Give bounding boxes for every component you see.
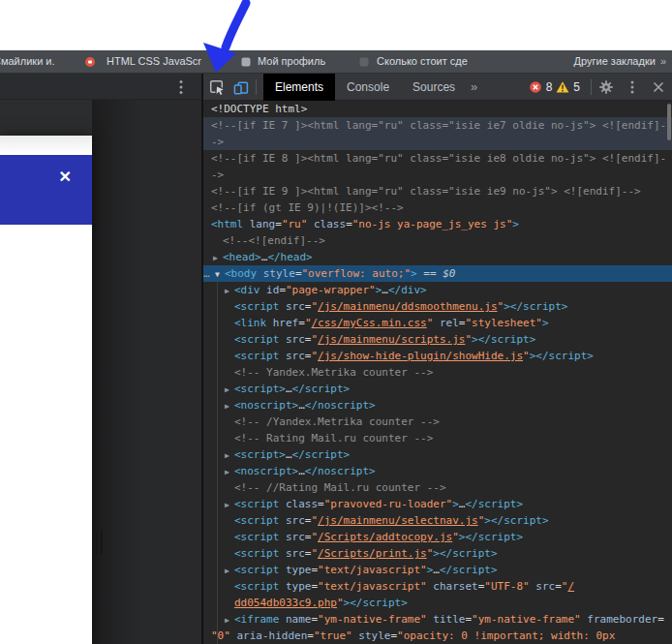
device-toolbar-icon[interactable] — [233, 79, 249, 95]
disclosure-triangle-icon[interactable]: ▶ — [225, 283, 234, 298]
disclosure-triangle-icon[interactable]: ▼ — [215, 266, 225, 282]
disclosure-triangle-icon[interactable]: ▶ — [225, 398, 234, 414]
disclosure-triangle-icon[interactable]: ▶ — [225, 612, 234, 628]
code-line[interactable]: <script src="/js/mainmenu/selectnav.js">… — [203, 512, 672, 529]
code-line[interactable]: <script src="/js/show-hide-plugin/showHi… — [203, 348, 672, 364]
code-line[interactable]: <script src="/Scripts/print.js"></script… — [203, 545, 672, 562]
tab-sources[interactable]: Sources — [401, 74, 467, 101]
drag-handle[interactable] — [96, 532, 104, 554]
tab-elements[interactable]: Elements — [263, 74, 335, 101]
kebab-menu-icon[interactable] — [625, 79, 640, 95]
code-line[interactable]: ▶<script class="pravoved-ru-loader">…</s… — [203, 496, 672, 512]
code-line[interactable]: ▶<script>…</script> — [203, 446, 672, 463]
web-page-area: ✕ — [0, 74, 201, 644]
code-line[interactable]: <script src="/Scripts/addtocopy.js"></sc… — [203, 529, 672, 545]
disclosure-triangle-icon[interactable]: ▶ — [225, 563, 234, 578]
code-line[interactable]: <!DOCTYPE html> — [203, 101, 672, 117]
more-tabs-icon[interactable]: » — [471, 79, 477, 94]
code-line[interactable]: <!-- Yandex.Metrika counter --> — [203, 364, 672, 381]
code-line[interactable]: <link href="/css/myCss.min.css" rel="sty… — [203, 315, 672, 331]
error-badge-icon[interactable] — [529, 80, 542, 94]
toolbar-divider — [256, 79, 257, 95]
page-dim-overlay — [92, 100, 201, 644]
chevron-right-icon: » — [660, 55, 666, 67]
devtools-panel: Elements Console Sources » 8 5 — [201, 74, 672, 644]
code-line[interactable]: …▼<body style="overflow: auto;"> == $0 — [203, 265, 672, 282]
code-line[interactable]: <!-- Rating Mail.ru counter --> — [203, 430, 672, 446]
elements-tree: <!DOCTYPE html><!--[if IE 7 ]><html lang… — [203, 101, 672, 644]
code-line[interactable]: <!--[if IE 9 ]><html lang="ru" class="is… — [203, 183, 672, 199]
code-line[interactable]: ▶<noscript>…</noscript> — [203, 397, 672, 414]
kebab-menu-icon[interactable] — [178, 79, 184, 95]
code-line[interactable]: -> — [203, 167, 672, 183]
dialog-top-edge — [0, 136, 92, 155]
warning-count[interactable]: 5 — [573, 80, 580, 94]
devtools-toolbar: Elements Console Sources » 8 5 — [203, 74, 672, 101]
close-icon[interactable] — [651, 79, 666, 95]
code-line[interactable]: ▶<noscript>…</noscript> — [203, 463, 672, 479]
code-line[interactable]: <script src="/js/mainmenu/scripts.js"></… — [203, 331, 672, 348]
bookmark-item-html-css-js[interactable]: HTML CSS JavaScr — [107, 55, 201, 67]
code-line[interactable]: ▶<head>…</head> — [203, 249, 672, 265]
code-line[interactable]: dd054db033c9.php"></script> — [203, 595, 672, 611]
bookmark-item-price[interactable]: Сколько стоит сде — [377, 55, 468, 67]
page-top-whitespace — [0, 0, 672, 50]
scrollbar-thumb[interactable] — [667, 104, 671, 140]
disclosure-triangle-icon[interactable]: ▶ — [225, 382, 234, 397]
code-line[interactable]: <!--<![endif]--> — [203, 232, 672, 249]
other-bookmarks-label: Другие закладки — [574, 55, 656, 67]
code-line[interactable]: -> — [203, 134, 672, 150]
code-line[interactable]: <html lang="ru" class="no-js ya-page_js_… — [203, 216, 672, 232]
screenshot-root: Смайлики и. HTML CSS JavaScr Мой профиль… — [0, 0, 672, 644]
disclosure-triangle-icon[interactable]: ▶ — [225, 464, 234, 479]
warning-badge-icon[interactable] — [556, 80, 569, 94]
code-line[interactable]: <!-- //Rating Mail.ru counter --> — [203, 479, 672, 496]
code-line[interactable]: ▶<iframe name="ym-native-frame" title="y… — [203, 611, 672, 628]
toolbar-divider — [591, 79, 592, 95]
bookmark-favicon-red-icon — [85, 57, 95, 67]
bookmark-favicon-gray-icon — [241, 57, 251, 67]
code-line[interactable]: ▶<div id="page-wrapper">…</div> — [203, 282, 672, 298]
other-bookmarks-button[interactable]: Другие закладки» — [574, 55, 666, 67]
dialog-blue-banner: ✕ — [0, 155, 92, 225]
code-line[interactable]: <script src="/js/mainmenu/ddsmoothmenu.j… — [203, 298, 672, 315]
inspect-element-icon[interactable] — [209, 79, 225, 95]
code-line[interactable]: <!-- /Yandex.Metrika counter --> — [203, 414, 672, 430]
disclosure-triangle-icon[interactable]: ▶ — [225, 447, 234, 463]
page-top-strip — [0, 74, 201, 100]
disclosure-triangle-icon[interactable]: ▶ — [213, 250, 223, 265]
code-line[interactable]: <!--[if (gt IE 9)|!(IE)]><!--> — [203, 199, 672, 216]
bookmark-item-profile[interactable]: Мой профиль — [258, 55, 325, 67]
disclosure-triangle-icon[interactable]: ▶ — [225, 497, 234, 512]
tab-console[interactable]: Console — [335, 74, 401, 101]
bookmark-favicon-dark-icon — [359, 57, 369, 67]
code-line[interactable]: ▶<script>…</script> — [203, 381, 672, 397]
tree-guide-line — [217, 282, 218, 644]
code-line[interactable]: <script type="text/javascript" charset="… — [203, 578, 672, 595]
gear-icon[interactable] — [598, 79, 614, 95]
close-icon[interactable]: ✕ — [59, 169, 72, 185]
bookmarks-bar: Смайлики и. HTML CSS JavaScr Мой профиль… — [0, 50, 672, 74]
bookmark-item-smileys[interactable]: Смайлики и. — [0, 55, 55, 67]
code-line[interactable]: ▶<script type="text/javascript">…</scrip… — [203, 562, 672, 578]
code-line[interactable]: "0" aria-hidden="true" style="opacity: 0… — [203, 628, 672, 644]
error-count[interactable]: 8 — [546, 80, 553, 94]
page-dialog: ✕ — [0, 136, 92, 644]
code-line[interactable]: <!--[if IE 7 ]><html lang="ru" class="is… — [203, 117, 672, 134]
code-line[interactable]: <!--[if IE 8 ]><html lang="ru" class="is… — [203, 150, 672, 167]
